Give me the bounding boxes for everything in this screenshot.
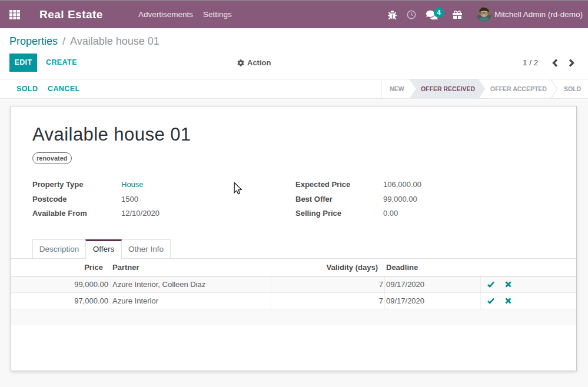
svg-text:NEW: NEW	[390, 85, 404, 92]
svg-text:OFFER RECEIVED: OFFER RECEIVED	[421, 85, 476, 92]
svg-text:SOLD: SOLD	[564, 85, 582, 92]
svg-text:OFFER ACCEPTED: OFFER ACCEPTED	[490, 85, 547, 92]
